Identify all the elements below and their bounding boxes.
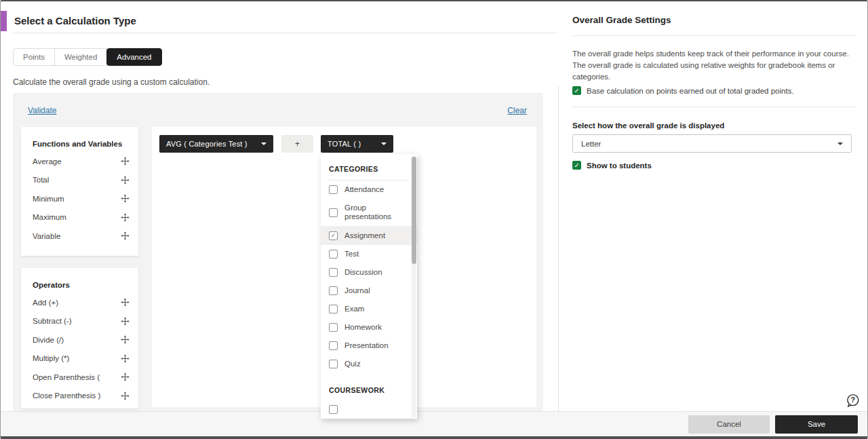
operator-item-label: Subtract (-) — [33, 317, 72, 325]
category-option-presentation[interactable]: Presentation — [321, 337, 417, 355]
grade-display-select[interactable]: Letter — [572, 134, 852, 153]
operators-card: Operators Add (+) Subtract (-) Divide (/… — [21, 268, 138, 408]
operator-item-label: Add (+) — [33, 299, 58, 307]
operator-item-label: Divide (/) — [33, 336, 64, 344]
grade-display-label: Select how the overall grade is displaye… — [572, 121, 724, 130]
checkbox-checked-icon[interactable] — [572, 86, 581, 95]
function-item-average[interactable]: Average — [21, 152, 138, 171]
category-option-label: Presentation — [344, 341, 389, 350]
operator-item-divide[interactable]: Divide (/) — [21, 330, 138, 349]
move-icon[interactable] — [121, 298, 130, 307]
function-item-label: Minimum — [33, 195, 64, 203]
checkbox-unchecked-icon[interactable] — [329, 250, 338, 259]
function-item-minimum[interactable]: Minimum — [21, 189, 138, 208]
checkbox-checked-icon[interactable] — [572, 161, 581, 170]
question-mark-icon: ? — [851, 396, 855, 404]
right-header-divider — [572, 35, 856, 36]
category-option-label: Exam — [344, 305, 364, 313]
formula-avg-dropdown[interactable]: AVG ( Categories Test ) — [159, 135, 273, 153]
function-item-label: Average — [33, 157, 62, 166]
tab-weighted[interactable]: Weighted — [54, 48, 107, 66]
operator-item-subtract[interactable]: Subtract (-) — [21, 312, 138, 331]
checkbox-unchecked-icon[interactable] — [329, 208, 338, 217]
category-option-attendance[interactable]: Attendance — [321, 180, 417, 199]
move-icon[interactable] — [121, 213, 130, 222]
function-item-label: Total — [33, 176, 49, 184]
category-option-label: Test — [344, 250, 359, 259]
dropdown-scroll-area: CATEGORIES Attendance Group presentation… — [321, 154, 417, 419]
validate-link[interactable]: Validate — [28, 106, 56, 115]
operator-item-label: Open Parenthesis ( — [33, 373, 100, 381]
move-icon[interactable] — [121, 157, 130, 166]
category-option-label: Group presentations — [344, 204, 407, 221]
function-item-label: Variable — [33, 232, 60, 240]
function-item-maximum[interactable]: Maximum — [21, 208, 138, 227]
formula-total-dropdown[interactable]: TOTAL ( ) — [321, 135, 393, 153]
move-icon[interactable] — [121, 231, 130, 240]
move-icon[interactable] — [121, 392, 130, 400]
functions-variables-card: Functions and Variables Average Total Mi… — [21, 127, 138, 256]
calculation-builder-panel: Validate Clear Functions and Variables A… — [13, 93, 543, 412]
operator-item-add[interactable]: Add (+) — [21, 293, 138, 312]
checkbox-unchecked-icon[interactable] — [329, 185, 338, 194]
clear-link[interactable]: Clear — [507, 106, 527, 115]
category-option-assignment[interactable]: Assignment — [321, 226, 417, 245]
operator-item-open-paren[interactable]: Open Parenthesis ( — [21, 368, 138, 387]
category-option-exam[interactable]: Exam — [321, 300, 417, 318]
category-option-label: Journal — [344, 286, 370, 295]
checkbox-unchecked-icon[interactable] — [329, 323, 338, 332]
category-option-group-presentations[interactable]: Group presentations — [321, 199, 417, 226]
checkbox-unchecked-icon[interactable] — [329, 360, 338, 368]
move-icon[interactable] — [121, 176, 130, 185]
tab-points[interactable]: Points — [13, 48, 55, 66]
operator-item-label: Close Parenthesis ) — [33, 392, 100, 400]
show-to-students-checkbox-row[interactable]: Show to students — [572, 161, 652, 170]
operators-title: Operators — [21, 268, 138, 293]
operator-item-label: Multiply (*) — [33, 354, 69, 362]
dropdown-scrollbar-track[interactable] — [412, 155, 416, 417]
category-option-label: Discussion — [344, 268, 382, 277]
operator-item-close-paren[interactable]: Close Parenthesis ) — [21, 387, 138, 406]
category-option-label: Assignment — [344, 231, 385, 240]
move-icon[interactable] — [121, 354, 130, 363]
calculation-type-dialog: Select a Calculation Type Points Weighte… — [0, 0, 868, 439]
category-option-test[interactable]: Test — [321, 245, 417, 263]
checkbox-checked-icon[interactable] — [329, 231, 338, 240]
help-button[interactable]: ? — [846, 394, 860, 408]
panel-accent-flag — [1, 11, 7, 31]
checkbox-unchecked-icon[interactable] — [329, 341, 338, 350]
cancel-button[interactable]: Cancel — [688, 415, 770, 434]
total-category-dropdown: CATEGORIES Attendance Group presentation… — [321, 154, 417, 419]
save-button[interactable]: Save — [775, 415, 858, 434]
right-section-divider — [572, 107, 856, 107]
checkbox-unchecked-icon[interactable] — [329, 305, 338, 313]
formula-plus-operator[interactable]: + — [281, 135, 313, 153]
overall-grade-description: The overall grade helps students keep tr… — [572, 48, 863, 83]
move-icon[interactable] — [121, 317, 130, 326]
calculation-type-tabs: Points Weighted Advanced — [13, 48, 162, 66]
tab-advanced[interactable]: Advanced — [106, 48, 161, 66]
function-item-total[interactable]: Total — [21, 171, 138, 190]
checkbox-unchecked-icon[interactable] — [329, 405, 338, 414]
show-to-students-label: Show to students — [587, 161, 652, 170]
category-option-discussion[interactable]: Discussion — [321, 263, 417, 282]
operator-item-multiply[interactable]: Multiply (*) — [21, 349, 138, 368]
grade-display-selected-value: Letter — [581, 140, 601, 148]
category-option-journal[interactable]: Journal — [321, 282, 417, 300]
dropdown-section-categories: CATEGORIES — [321, 154, 417, 180]
chevron-down-icon — [837, 142, 843, 145]
page-title: Select a Calculation Type — [14, 11, 136, 31]
function-item-variable[interactable]: Variable — [21, 227, 138, 246]
base-points-checkbox-row[interactable]: Base calculation on points earned out of… — [572, 86, 794, 95]
move-icon[interactable] — [121, 194, 130, 203]
formula-avg-label: AVG ( Categories Test ) — [166, 140, 248, 148]
calculation-description: Calculate the overall grade using a cust… — [13, 77, 210, 87]
move-icon[interactable] — [121, 335, 130, 344]
dropdown-scrollbar-thumb[interactable] — [412, 157, 416, 264]
category-option-homework[interactable]: Homework — [321, 318, 417, 337]
move-icon[interactable] — [121, 373, 130, 381]
checkbox-unchecked-icon[interactable] — [329, 286, 338, 295]
checkbox-unchecked-icon[interactable] — [329, 268, 338, 277]
category-option-quiz[interactable]: Quiz — [321, 355, 417, 373]
overall-grade-settings-title: Overall Grade Settings — [572, 15, 671, 25]
